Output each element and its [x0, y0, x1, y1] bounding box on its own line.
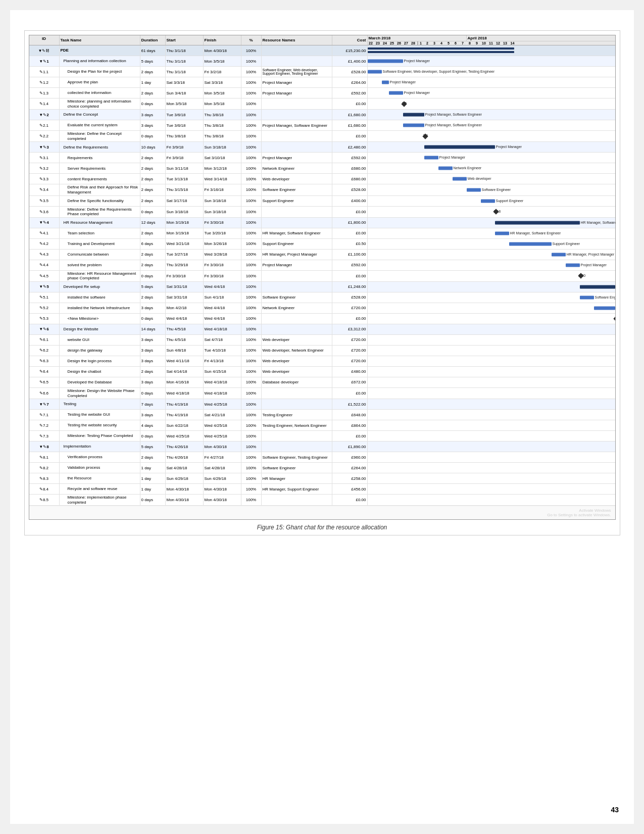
row-4-3: ✎4.3 Communicate between 2 days Tue 3/27…: [29, 250, 615, 260]
day-3: 3: [431, 41, 438, 45]
row-pde-dur: 61 days: [140, 45, 166, 56]
bar-1-label: Project Manager: [404, 59, 430, 63]
bar-1-3: [389, 91, 403, 95]
row-pde-ids: ▼ ✎ ⛓: [29, 45, 60, 56]
row-1-1-name: Design the Plan for the project: [60, 67, 140, 77]
row-7-1: ✎7.1 Testing the website GUI 3 days Thu …: [29, 410, 615, 420]
day-14: 14: [509, 41, 516, 45]
bar-pde2: [368, 51, 514, 53]
day-8: 8: [467, 41, 474, 45]
day-11: 11: [488, 41, 495, 45]
row-pde-chart: [368, 45, 615, 56]
row-3-6: ✎3.6 Milestone: Define the Requirements …: [29, 207, 615, 218]
header-chart: March 2018 April 2018 22 23 24 25 26: [368, 35, 615, 45]
header-pct: %: [241, 35, 262, 45]
day-22: 22: [368, 41, 375, 45]
row-1-1: ✎ 1.1 Design the Plan for the project 2 …: [29, 67, 615, 77]
row-2-2: ✎ 2.2 Milestone: Define the Concept comp…: [29, 131, 615, 142]
row-1-ids: ▼ ✎ 1: [29, 56, 60, 66]
row-pde-end: Mon 4/30/18: [204, 45, 241, 56]
header-start: Start: [166, 35, 204, 45]
day-4: 4: [438, 41, 445, 45]
month-april: April 2018: [467, 35, 615, 41]
day-25: 25: [389, 41, 396, 45]
row-6-6: ✎6.6 Milestone: Design the Website Phase…: [29, 388, 615, 399]
row-3: ▼ ✎ 3 Define the Requirements 10 days Fr…: [29, 142, 615, 153]
header-task-name: Task Name: [60, 35, 140, 45]
row-6-4: ✎6.4 Design the chatbot 2 days Sat 4/14/…: [29, 367, 615, 377]
row-pde-name: PDE: [60, 45, 140, 56]
pencil-1-2[interactable]: ✎: [39, 80, 43, 85]
day-6: 6: [453, 41, 460, 45]
row-1-3: ✎ 1.3 collected the information 2 days S…: [29, 88, 615, 99]
row-5-3: ✎5.3 <New Milestone> 0 days Wed 4/4/18 W…: [29, 314, 615, 324]
row-8: ▼✎ 8 Implementation 5 days Thu 4/26/18 M…: [29, 441, 615, 452]
row-2-1-chart: Project Manager, Software Engineer: [368, 120, 615, 130]
row-7: ▼✎ 7 Testing 7 days Thu 4/19/18 Wed 4/25…: [29, 399, 615, 410]
day-9: 9: [474, 41, 481, 45]
row-3-3: ✎3.3 content Requirements 2 days Tue 3/1…: [29, 174, 615, 184]
row-1: ▼ ✎ 1 Planning and information collectio…: [29, 56, 615, 67]
pencil-icon[interactable]: ✎: [42, 48, 45, 53]
bar-2-1: [403, 124, 424, 127]
header-ids: ID: [29, 35, 60, 45]
row-7-2: ✎7.2 Testing the website security 4 days…: [29, 420, 615, 431]
row-4-2: ✎4.2 Training and Development 6 days Wed…: [29, 239, 615, 250]
day-1: 1: [417, 41, 424, 45]
row-pde-cost: £15,230.00: [332, 45, 368, 56]
row-5-2: ✎5.2 installed the Network Infrastructur…: [29, 303, 615, 314]
header-cost: Cost: [332, 35, 368, 45]
row-8-3: ✎8.3 the Resource 1 day Sun 4/29/18 Sun …: [29, 473, 615, 484]
page: ID Task Name Duration Start Finish % Res…: [10, 10, 634, 824]
row-1-2: ✎ 1.2 Approve the plan 1 day Sat 3/3/18 …: [29, 77, 615, 88]
day-13: 13: [502, 41, 509, 45]
row-2-1: ✎ 2.1 Evaluate the current system 3 days…: [29, 120, 615, 131]
row-1-num: 1: [46, 59, 48, 64]
header-end: Finish: [204, 35, 241, 45]
row-1-1-num: 1.1: [43, 70, 48, 74]
row-4-1: ✎4.1 Team selection 2 days Mon 3/19/18 T…: [29, 228, 615, 239]
row-5-1: ✎5.1 installed the software 2 days Sat 3…: [29, 292, 615, 303]
row-pde: ▼ ✎ ⛓ PDE 61 days Thu 3/1/18 Mon 4/30/18…: [29, 45, 615, 56]
row-6-5: ✎6.5 Developed the Database 3 days Mon 4…: [29, 377, 615, 388]
row-3-2: ✎3.2 Server Requirements 2 days Sun 3/11…: [29, 163, 615, 174]
row-1-3-chart: Project Manager: [368, 88, 615, 98]
page-number: 43: [611, 806, 619, 814]
row-3-5: ✎3.5 Define the Specific functionality 2…: [29, 196, 615, 207]
row-8-4: ✎8.4 Recycle and software reuse 1 day Mo…: [29, 484, 615, 495]
row-2-2-chart: 3/8: [368, 131, 615, 141]
header-id-label: ID: [42, 36, 46, 41]
expand-icon[interactable]: ▼: [38, 48, 42, 53]
bar-1-2-label: Project Manager: [390, 80, 416, 84]
row-1-4-chart: 1/5: [368, 99, 615, 109]
link-icon[interactable]: ⛓: [45, 48, 49, 53]
figure-container: ID Task Name Duration Start Finish % Res…: [24, 30, 620, 535]
day-5: 5: [445, 41, 453, 45]
row-1-4: ✎ 1.4 Milestone: planning and informatio…: [29, 99, 615, 110]
header-resource: Resource Names: [262, 35, 332, 45]
bar-1-1: [368, 70, 382, 74]
day-24: 24: [382, 41, 389, 45]
row-8-2: ✎8.2 Validation process 1 day Sat 4/28/1…: [29, 463, 615, 473]
bar-2: [403, 113, 424, 117]
row-8-5: ✎8.5 Milestone: implementation phase com…: [29, 495, 615, 506]
row-2-chart: Project Manager, Software Engineer: [368, 110, 615, 120]
row-3-1: ✎3.1 Requirements 2 days Fri 3/9/18 Sat …: [29, 153, 615, 163]
row-pde-pct: 100%: [241, 45, 262, 56]
pencil-1-1[interactable]: ✎: [39, 70, 43, 74]
row-5: ▼✎ 5 Developed Re setup 5 days Sat 3/31/…: [29, 282, 615, 292]
row-pde-res: [262, 45, 332, 56]
row-6-3: ✎6.3 Design the login process 3 days Wed…: [29, 356, 615, 367]
row-1-1-ids: ✎ 1.1: [29, 67, 60, 77]
row-2: ▼ ✎ 2 Define the Concept 3 days Tue 3/6/…: [29, 110, 615, 120]
bar-pde: [368, 47, 514, 50]
expand-icon-1[interactable]: ▼: [39, 59, 43, 64]
row-6: ▼✎ 6 Design the Website 14 days Thu 4/5/…: [29, 324, 615, 335]
gantt-chart: ID Task Name Duration Start Finish % Res…: [29, 35, 616, 520]
day-7: 7: [460, 41, 467, 45]
row-3-4: ✎3.4 Define Risk and their Approach for …: [29, 184, 615, 195]
pencil-1[interactable]: ✎: [43, 59, 46, 64]
watermark-row: Activate WindowsGo to Settings to activa…: [29, 506, 615, 519]
row-7-3: ✎7.3 Milestone: Testing Phase Completed …: [29, 431, 615, 441]
day-10: 10: [481, 41, 488, 45]
